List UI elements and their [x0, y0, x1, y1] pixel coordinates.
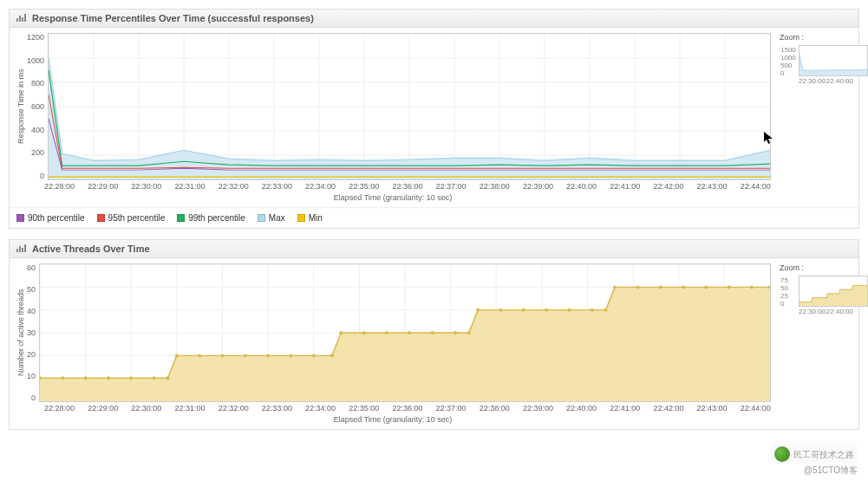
svg-point-84: [604, 309, 607, 312]
zoom-label: Zoom :: [780, 33, 853, 42]
svg-rect-30: [22, 248, 23, 252]
panel-title: Response Time Percentiles Over Time (suc…: [32, 13, 314, 23]
svg-point-79: [499, 309, 502, 312]
svg-point-58: [84, 376, 88, 380]
legend-item[interactable]: 95th percentile: [97, 213, 166, 223]
y-axis-label: Response Time in ms: [15, 33, 27, 180]
legend-item[interactable]: 90th percentile: [16, 213, 85, 223]
svg-point-66: [244, 354, 247, 357]
legend-item[interactable]: Min: [297, 213, 323, 223]
svg-point-62: [166, 376, 169, 380]
zoom-minimap[interactable]: 7550250: [799, 276, 868, 307]
svg-point-80: [522, 309, 525, 312]
svg-rect-1: [19, 16, 21, 22]
panel-response-time: Response Time Percentiles Over Time (suc…: [9, 9, 859, 229]
legend-item[interactable]: Max: [258, 213, 285, 223]
y-axis-ticks: 1200 1000 800 600 400 200 0: [27, 33, 48, 180]
zoom-minimap[interactable]: 150010005000: [799, 45, 868, 76]
svg-point-64: [198, 354, 201, 357]
x-axis-ticks: 22:28:0022:29:0022:30:0022:31:0022:32:00…: [44, 180, 771, 191]
zoom-label: Zoom :: [780, 263, 853, 272]
panel-header[interactable]: Response Time Percentiles Over Time (suc…: [10, 10, 858, 28]
svg-point-63: [175, 354, 179, 357]
svg-rect-2: [22, 17, 23, 22]
chart-icon: [16, 13, 27, 23]
svg-point-71: [339, 331, 343, 335]
chart-plot-area[interactable]: [48, 33, 771, 180]
svg-point-81: [545, 309, 548, 312]
svg-point-65: [220, 354, 224, 357]
svg-point-78: [476, 309, 480, 312]
svg-point-89: [704, 285, 708, 289]
svg-point-74: [408, 331, 411, 335]
svg-point-82: [567, 309, 571, 312]
svg-point-73: [385, 331, 388, 335]
svg-point-90: [728, 285, 731, 289]
svg-point-70: [330, 354, 334, 357]
svg-point-69: [312, 354, 316, 357]
chart-icon: [16, 244, 27, 254]
svg-rect-31: [24, 244, 26, 252]
svg-point-86: [636, 285, 639, 289]
svg-point-60: [129, 376, 133, 380]
svg-point-57: [61, 376, 64, 380]
x-axis-label: Elapsed Time (granularity: 10 sec): [15, 193, 771, 202]
svg-point-87: [659, 285, 662, 289]
watermark: 民工哥技术之路 @51CTO博客: [771, 445, 858, 449]
svg-point-72: [362, 331, 366, 335]
svg-point-91: [750, 285, 754, 289]
chart-plot-area[interactable]: [39, 263, 771, 402]
svg-point-83: [591, 309, 594, 312]
svg-point-59: [107, 376, 110, 380]
panel-title: Active Threads Over Time: [32, 244, 150, 254]
panel-header[interactable]: Active Threads Over Time: [10, 240, 858, 258]
svg-point-85: [613, 285, 617, 289]
x-axis-ticks: 22:28:0022:29:0022:30:0022:31:0022:32:00…: [44, 402, 771, 413]
svg-point-75: [430, 331, 434, 335]
svg-point-67: [266, 354, 270, 357]
panel-active-threads: Active Threads Over Time Number of activ…: [9, 239, 859, 430]
svg-rect-28: [16, 249, 18, 252]
y-axis-ticks: 60 50 40 30 20 10 0: [27, 263, 39, 402]
svg-point-61: [152, 376, 155, 380]
svg-rect-29: [19, 246, 21, 252]
svg-point-76: [454, 331, 457, 335]
legend-item[interactable]: 99th percentile: [177, 213, 245, 223]
svg-point-88: [682, 285, 685, 289]
svg-point-77: [467, 331, 471, 335]
svg-point-68: [289, 354, 292, 357]
svg-rect-0: [16, 18, 18, 22]
x-axis-label: Elapsed Time (granularity: 10 sec): [15, 415, 771, 424]
chart-legend: 90th percentile 95th percentile 99th per…: [10, 207, 858, 228]
y-axis-label: Number of active threads: [15, 263, 27, 402]
svg-rect-3: [24, 14, 26, 22]
